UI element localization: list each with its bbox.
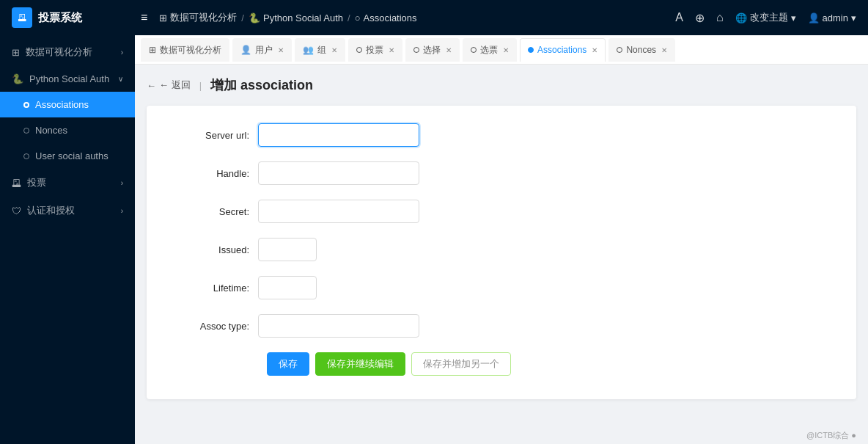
- tab-close-ballots[interactable]: ✕: [503, 46, 509, 54]
- admin-menu-button[interactable]: 👤 admin ▾: [808, 12, 856, 23]
- save-add-another-button[interactable]: 保存并增加另一个: [411, 352, 511, 376]
- breadcrumb-item-2[interactable]: 🐍 Python Social Auth: [249, 12, 343, 23]
- sidebar-item-user-social-auths[interactable]: User social auths: [0, 143, 135, 169]
- tab-circle-icon-1: [356, 47, 362, 53]
- server-url-input[interactable]: [258, 123, 419, 147]
- sidebar-item-data-viz[interactable]: ⊞ 数据可视化分析 ›: [0, 38, 135, 66]
- social-auth-icon: 🐍: [249, 12, 260, 23]
- sidebar-item-associations[interactable]: Associations: [0, 92, 135, 117]
- form-row-assoc-type: Assoc type:: [170, 314, 833, 338]
- ballot-icon: 🗳: [12, 178, 21, 189]
- tab-votes-1[interactable]: 投票 ✕: [348, 38, 402, 62]
- back-arrow-icon: ←: [147, 80, 156, 91]
- tab-grid-icon: ⊞: [149, 45, 156, 55]
- save-continue-button[interactable]: 保存并继续编辑: [315, 352, 405, 376]
- tab-close-choices[interactable]: ✕: [446, 46, 452, 54]
- save-button[interactable]: 保存: [267, 352, 309, 376]
- secret-label: Secret:: [170, 206, 258, 217]
- back-button[interactable]: ← ← 返回: [147, 79, 191, 92]
- main-layout: ⊞ 数据可视化分析 › 🐍 Python Social Auth ∨ Assoc…: [0, 35, 868, 444]
- sidebar: ⊞ 数据可视化分析 › 🐍 Python Social Auth ∨ Assoc…: [0, 35, 135, 444]
- home-button[interactable]: ⌂: [716, 11, 724, 24]
- issued-label: Issued:: [170, 244, 258, 255]
- tab-circle-icon-4: [617, 47, 622, 53]
- server-url-label: Server url:: [170, 130, 258, 141]
- form-row-lifetime: Lifetime:: [170, 276, 833, 299]
- tab-ballots[interactable]: 选票 ✕: [463, 38, 517, 62]
- tab-groups[interactable]: 👥 组 ✕: [295, 38, 345, 62]
- sidebar-section-main: ⊞ 数据可视化分析 › 🐍 Python Social Auth ∨ Assoc…: [0, 35, 135, 228]
- form-row-server-url: Server url:: [170, 123, 833, 147]
- logo-icon: 🗳: [12, 7, 32, 28]
- lifetime-label: Lifetime:: [170, 283, 258, 294]
- form-row-handle: Handle:: [170, 161, 833, 185]
- form-buttons: 保存 保存并继续编辑 保存并增加另一个: [170, 352, 833, 376]
- tab-circle-icon-3: [471, 47, 477, 53]
- hamburger-button[interactable]: ≡: [138, 8, 150, 27]
- tab-nonces[interactable]: Nonces ✕: [608, 38, 675, 62]
- grid-icon: ⊞: [159, 12, 167, 23]
- dot-active-icon: [23, 102, 29, 108]
- logo-area: 🗳 投票系统: [12, 7, 129, 28]
- layout-button[interactable]: ⊕: [695, 11, 705, 25]
- sidebar-item-python-social-auth[interactable]: 🐍 Python Social Auth ∨: [0, 66, 135, 92]
- top-navbar: 🗳 投票系统 ≡ ⊞ 数据可视化分析 / 🐍 Python Social Aut…: [0, 0, 868, 35]
- chevron-right-icon-3: ›: [121, 207, 123, 215]
- tab-close-nonces[interactable]: ✕: [661, 46, 667, 54]
- chevron-right-icon: ›: [121, 48, 123, 57]
- logo-text: 投票系统: [38, 11, 82, 25]
- issued-input[interactable]: [258, 238, 317, 261]
- user-icon: 👤: [808, 12, 820, 23]
- circle-icon: ○: [355, 12, 361, 23]
- breadcrumb-item-3[interactable]: ○ Associations: [355, 12, 417, 23]
- shield-icon: 🛡: [12, 205, 21, 216]
- tab-close-groups[interactable]: ✕: [331, 46, 337, 54]
- page-content: ← ← 返回 | 增加 association Server url: Hand…: [135, 65, 868, 427]
- theme-button[interactable]: 🌐 改变主题 ▾: [735, 11, 796, 24]
- sidebar-item-auth[interactable]: 🛡 认证和授权 ›: [0, 197, 135, 225]
- breadcrumb-item-1[interactable]: ⊞ 数据可视化分析: [159, 11, 237, 24]
- sidebar-item-nonces[interactable]: Nonces: [0, 117, 135, 143]
- tab-bar: ⊞ 数据可视化分析 👤 用户 ✕ 👥 组 ✕ 投票 ✕ 选择 ✕: [135, 35, 868, 65]
- tab-close-users[interactable]: ✕: [278, 46, 284, 54]
- tab-data-viz[interactable]: ⊞ 数据可视化分析: [141, 38, 229, 62]
- tab-circle-icon-2: [413, 47, 419, 53]
- page-title: 增加 association: [210, 76, 313, 94]
- tab-close-associations[interactable]: ✕: [592, 46, 597, 54]
- assoc-type-input[interactable]: [258, 314, 419, 338]
- chevron-right-icon-2: ›: [121, 179, 123, 187]
- grid-icon: ⊞: [12, 47, 20, 58]
- dot-icon-2: [23, 153, 29, 159]
- form-row-issued: Issued:: [170, 238, 833, 261]
- breadcrumb-sep-2: /: [347, 12, 350, 23]
- back-navigation: ← ← 返回 | 增加 association: [147, 76, 856, 94]
- theme-chevron-icon: ▾: [791, 12, 796, 23]
- footer-text: @ICTB综合 ●: [806, 431, 856, 440]
- secret-input[interactable]: [258, 200, 419, 223]
- tab-choices[interactable]: 选择 ✕: [405, 38, 460, 62]
- dot-icon: [23, 128, 29, 134]
- admin-chevron-icon: ▾: [851, 12, 856, 23]
- form-card: Server url: Handle: Secret: Issued: Life: [147, 106, 856, 399]
- breadcrumb: ⊞ 数据可视化分析 / 🐍 Python Social Auth / ○ Ass…: [159, 11, 666, 24]
- tab-close-votes1[interactable]: ✕: [389, 46, 394, 54]
- navbar-right: A ⊕ ⌂ 🌐 改变主题 ▾ 👤 admin ▾: [675, 11, 856, 25]
- breadcrumb-sep-1: /: [241, 12, 244, 23]
- assoc-type-label: Assoc type:: [170, 321, 258, 332]
- form-row-secret: Secret:: [170, 200, 833, 223]
- lifetime-input[interactable]: [258, 276, 317, 299]
- page-footer: @ICTB综合 ●: [135, 427, 868, 444]
- tab-person-icon: 👤: [240, 45, 251, 55]
- handle-label: Handle:: [170, 168, 258, 179]
- nav-divider: |: [199, 80, 202, 91]
- handle-input[interactable]: [258, 161, 419, 185]
- chevron-down-icon: ∨: [118, 75, 123, 83]
- font-size-button[interactable]: A: [675, 11, 683, 24]
- content-area: ⊞ 数据可视化分析 👤 用户 ✕ 👥 组 ✕ 投票 ✕ 选择 ✕: [135, 35, 868, 444]
- tab-associations[interactable]: Associations ✕: [520, 38, 606, 62]
- theme-icon: 🌐: [735, 12, 747, 23]
- tab-users[interactable]: 👤 用户 ✕: [232, 38, 292, 62]
- python-icon: 🐍: [12, 73, 23, 84]
- tab-group-icon: 👥: [303, 45, 314, 55]
- sidebar-item-voting[interactable]: 🗳 投票 ›: [0, 169, 135, 197]
